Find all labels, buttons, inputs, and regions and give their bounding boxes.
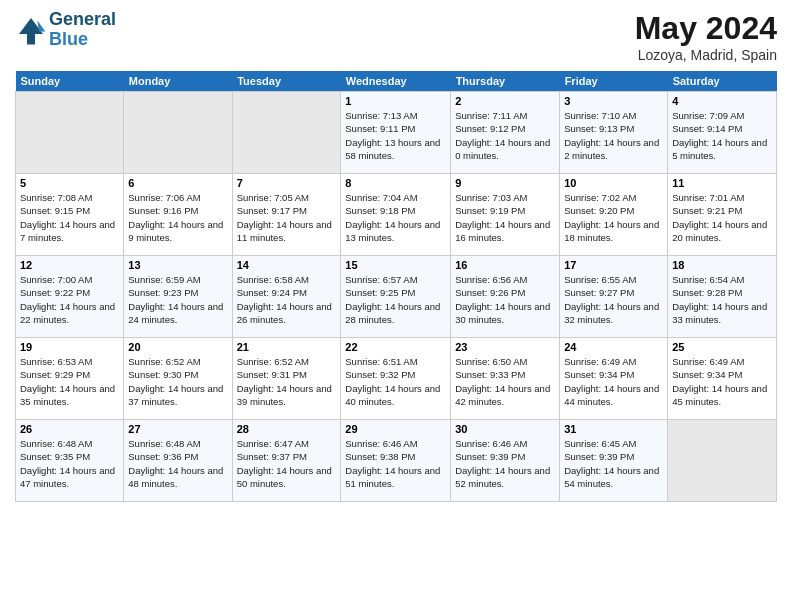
calendar-cell: 1Sunrise: 7:13 AM Sunset: 9:11 PM Daylig… [341, 92, 451, 174]
day-info: Sunrise: 7:00 AM Sunset: 9:22 PM Dayligh… [20, 273, 119, 326]
day-info: Sunrise: 6:48 AM Sunset: 9:35 PM Dayligh… [20, 437, 119, 490]
day-number: 28 [237, 423, 337, 435]
day-number: 18 [672, 259, 772, 271]
day-number: 23 [455, 341, 555, 353]
day-info: Sunrise: 6:54 AM Sunset: 9:28 PM Dayligh… [672, 273, 772, 326]
calendar-cell: 6Sunrise: 7:06 AM Sunset: 9:16 PM Daylig… [124, 174, 232, 256]
day-number: 12 [20, 259, 119, 271]
calendar-cell: 8Sunrise: 7:04 AM Sunset: 9:18 PM Daylig… [341, 174, 451, 256]
day-number: 2 [455, 95, 555, 107]
calendar-cell [124, 92, 232, 174]
calendar-cell: 11Sunrise: 7:01 AM Sunset: 9:21 PM Dayli… [668, 174, 777, 256]
logo-blue: Blue [49, 30, 116, 50]
day-number: 25 [672, 341, 772, 353]
day-info: Sunrise: 6:47 AM Sunset: 9:37 PM Dayligh… [237, 437, 337, 490]
calendar-cell [668, 420, 777, 502]
col-wednesday: Wednesday [341, 71, 451, 92]
calendar-cell: 25Sunrise: 6:49 AM Sunset: 9:34 PM Dayli… [668, 338, 777, 420]
col-thursday: Thursday [451, 71, 560, 92]
calendar-cell: 30Sunrise: 6:46 AM Sunset: 9:39 PM Dayli… [451, 420, 560, 502]
calendar-cell: 5Sunrise: 7:08 AM Sunset: 9:15 PM Daylig… [16, 174, 124, 256]
day-info: Sunrise: 7:08 AM Sunset: 9:15 PM Dayligh… [20, 191, 119, 244]
calendar-cell: 4Sunrise: 7:09 AM Sunset: 9:14 PM Daylig… [668, 92, 777, 174]
day-number: 22 [345, 341, 446, 353]
calendar-cell: 2Sunrise: 7:11 AM Sunset: 9:12 PM Daylig… [451, 92, 560, 174]
day-info: Sunrise: 6:58 AM Sunset: 9:24 PM Dayligh… [237, 273, 337, 326]
day-info: Sunrise: 6:46 AM Sunset: 9:38 PM Dayligh… [345, 437, 446, 490]
day-number: 6 [128, 177, 227, 189]
col-tuesday: Tuesday [232, 71, 341, 92]
week-row-1: 1Sunrise: 7:13 AM Sunset: 9:11 PM Daylig… [16, 92, 777, 174]
calendar-cell: 15Sunrise: 6:57 AM Sunset: 9:25 PM Dayli… [341, 256, 451, 338]
col-sunday: Sunday [16, 71, 124, 92]
calendar-cell: 23Sunrise: 6:50 AM Sunset: 9:33 PM Dayli… [451, 338, 560, 420]
day-info: Sunrise: 7:02 AM Sunset: 9:20 PM Dayligh… [564, 191, 663, 244]
day-info: Sunrise: 6:53 AM Sunset: 9:29 PM Dayligh… [20, 355, 119, 408]
calendar-cell: 17Sunrise: 6:55 AM Sunset: 9:27 PM Dayli… [560, 256, 668, 338]
location: Lozoya, Madrid, Spain [635, 47, 777, 63]
calendar-table: Sunday Monday Tuesday Wednesday Thursday… [15, 71, 777, 502]
day-info: Sunrise: 6:48 AM Sunset: 9:36 PM Dayligh… [128, 437, 227, 490]
week-row-2: 5Sunrise: 7:08 AM Sunset: 9:15 PM Daylig… [16, 174, 777, 256]
calendar-cell: 29Sunrise: 6:46 AM Sunset: 9:38 PM Dayli… [341, 420, 451, 502]
calendar-cell: 24Sunrise: 6:49 AM Sunset: 9:34 PM Dayli… [560, 338, 668, 420]
day-number: 10 [564, 177, 663, 189]
day-info: Sunrise: 6:49 AM Sunset: 9:34 PM Dayligh… [672, 355, 772, 408]
day-number: 19 [20, 341, 119, 353]
day-number: 3 [564, 95, 663, 107]
calendar-cell: 16Sunrise: 6:56 AM Sunset: 9:26 PM Dayli… [451, 256, 560, 338]
day-number: 5 [20, 177, 119, 189]
day-number: 31 [564, 423, 663, 435]
day-number: 11 [672, 177, 772, 189]
day-info: Sunrise: 6:57 AM Sunset: 9:25 PM Dayligh… [345, 273, 446, 326]
calendar-cell: 18Sunrise: 6:54 AM Sunset: 9:28 PM Dayli… [668, 256, 777, 338]
day-info: Sunrise: 7:13 AM Sunset: 9:11 PM Dayligh… [345, 109, 446, 162]
col-monday: Monday [124, 71, 232, 92]
week-row-4: 19Sunrise: 6:53 AM Sunset: 9:29 PM Dayli… [16, 338, 777, 420]
day-number: 13 [128, 259, 227, 271]
calendar-cell: 13Sunrise: 6:59 AM Sunset: 9:23 PM Dayli… [124, 256, 232, 338]
day-number: 15 [345, 259, 446, 271]
day-number: 8 [345, 177, 446, 189]
main-page: General Blue May 2024 Lozoya, Madrid, Sp… [0, 0, 792, 512]
day-number: 16 [455, 259, 555, 271]
day-number: 20 [128, 341, 227, 353]
day-number: 24 [564, 341, 663, 353]
day-number: 30 [455, 423, 555, 435]
day-info: Sunrise: 6:46 AM Sunset: 9:39 PM Dayligh… [455, 437, 555, 490]
day-number: 14 [237, 259, 337, 271]
calendar-cell: 26Sunrise: 6:48 AM Sunset: 9:35 PM Dayli… [16, 420, 124, 502]
day-info: Sunrise: 7:03 AM Sunset: 9:19 PM Dayligh… [455, 191, 555, 244]
day-info: Sunrise: 7:10 AM Sunset: 9:13 PM Dayligh… [564, 109, 663, 162]
calendar-cell: 9Sunrise: 7:03 AM Sunset: 9:19 PM Daylig… [451, 174, 560, 256]
day-info: Sunrise: 7:06 AM Sunset: 9:16 PM Dayligh… [128, 191, 227, 244]
day-info: Sunrise: 6:52 AM Sunset: 9:30 PM Dayligh… [128, 355, 227, 408]
day-number: 26 [20, 423, 119, 435]
col-saturday: Saturday [668, 71, 777, 92]
calendar-cell: 7Sunrise: 7:05 AM Sunset: 9:17 PM Daylig… [232, 174, 341, 256]
calendar-cell [232, 92, 341, 174]
day-info: Sunrise: 6:49 AM Sunset: 9:34 PM Dayligh… [564, 355, 663, 408]
calendar-cell: 3Sunrise: 7:10 AM Sunset: 9:13 PM Daylig… [560, 92, 668, 174]
header: General Blue May 2024 Lozoya, Madrid, Sp… [15, 10, 777, 63]
day-number: 9 [455, 177, 555, 189]
day-info: Sunrise: 7:04 AM Sunset: 9:18 PM Dayligh… [345, 191, 446, 244]
day-number: 17 [564, 259, 663, 271]
day-info: Sunrise: 6:45 AM Sunset: 9:39 PM Dayligh… [564, 437, 663, 490]
day-number: 7 [237, 177, 337, 189]
header-row: Sunday Monday Tuesday Wednesday Thursday… [16, 71, 777, 92]
calendar-cell: 28Sunrise: 6:47 AM Sunset: 9:37 PM Dayli… [232, 420, 341, 502]
calendar-cell: 21Sunrise: 6:52 AM Sunset: 9:31 PM Dayli… [232, 338, 341, 420]
day-number: 1 [345, 95, 446, 107]
day-info: Sunrise: 6:59 AM Sunset: 9:23 PM Dayligh… [128, 273, 227, 326]
calendar-cell: 12Sunrise: 7:00 AM Sunset: 9:22 PM Dayli… [16, 256, 124, 338]
day-info: Sunrise: 6:56 AM Sunset: 9:26 PM Dayligh… [455, 273, 555, 326]
day-number: 21 [237, 341, 337, 353]
calendar-cell: 14Sunrise: 6:58 AM Sunset: 9:24 PM Dayli… [232, 256, 341, 338]
day-info: Sunrise: 6:51 AM Sunset: 9:32 PM Dayligh… [345, 355, 446, 408]
month-title: May 2024 [635, 10, 777, 47]
calendar-cell: 27Sunrise: 6:48 AM Sunset: 9:36 PM Dayli… [124, 420, 232, 502]
day-info: Sunrise: 6:52 AM Sunset: 9:31 PM Dayligh… [237, 355, 337, 408]
calendar-cell: 31Sunrise: 6:45 AM Sunset: 9:39 PM Dayli… [560, 420, 668, 502]
week-row-5: 26Sunrise: 6:48 AM Sunset: 9:35 PM Dayli… [16, 420, 777, 502]
